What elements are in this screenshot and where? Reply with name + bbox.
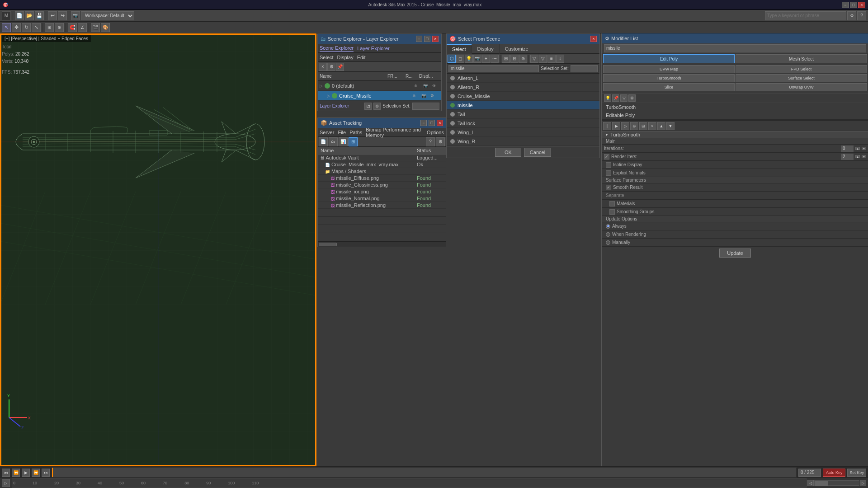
undo-btn[interactable]: ↩ xyxy=(48,11,57,20)
render-setup-icon[interactable]: 🎬 xyxy=(91,23,100,32)
sfs-cancel-btn[interactable]: Cancel xyxy=(524,148,551,157)
at-hscroll[interactable] xyxy=(318,241,446,247)
move-icon[interactable]: ✥ xyxy=(12,23,21,32)
stack-btn-5[interactable]: ⊞ xyxy=(639,122,647,130)
stack-btn-6[interactable]: × xyxy=(648,122,656,130)
menu-edit[interactable]: Edit xyxy=(357,55,366,60)
sfs-tb-spacewarps[interactable]: 〜 xyxy=(491,55,499,63)
stack-btn-1[interactable]: | xyxy=(603,122,611,130)
at-tb-icon4[interactable]: ⊞ xyxy=(349,137,358,146)
sfs-close[interactable]: × xyxy=(590,36,597,42)
list-item[interactable]: Tail lock xyxy=(447,119,599,128)
surface-select-btn[interactable]: Surface Select xyxy=(736,74,867,82)
list-item[interactable]: ▷ Cruise_Missile ❄ 📷 ⚙ xyxy=(318,91,441,101)
scene-explorer-close[interactable]: × xyxy=(432,36,439,42)
turbo-smooth-btn[interactable]: TurboSmooth xyxy=(603,74,735,82)
at-restore[interactable]: □ xyxy=(429,120,435,126)
stack-item-editable-poly[interactable]: Editable Poly xyxy=(602,111,868,119)
selection-set-input[interactable] xyxy=(412,103,439,110)
sfs-tb-lights[interactable]: 💡 xyxy=(465,55,473,63)
tab-customize[interactable]: Customize xyxy=(500,44,534,54)
stack-icon-filter[interactable]: ▽ xyxy=(620,94,627,102)
tab-layer-explorer[interactable]: Layer Explorer xyxy=(357,46,390,51)
stack-icon-pin[interactable]: 📌 xyxy=(612,94,619,102)
at-menu-file[interactable]: File xyxy=(338,130,346,135)
toolbar-icon-max[interactable]: M xyxy=(2,11,11,20)
frame-counter[interactable]: 0 / 225 xyxy=(798,469,821,477)
anim-mode-btn[interactable]: Auto Key xyxy=(823,469,846,477)
table-row[interactable]: 🖼 missile_Diffuse.png Found xyxy=(318,175,446,182)
search-input[interactable] xyxy=(765,11,846,20)
at-menu-bitmap[interactable]: Bitmap Performance and Memory xyxy=(366,127,423,138)
list-item[interactable]: ▷ 0 (default) ❄ 📷 👁 xyxy=(318,81,441,91)
new-btn[interactable]: 📄 xyxy=(15,11,24,20)
table-row[interactable]: 🖼 missile_Normal.png Found xyxy=(318,195,446,202)
ts-iter-up[interactable]: ▲ xyxy=(855,147,860,150)
sfs-tb-none[interactable]: ⊟ xyxy=(510,55,519,63)
sfs-tb-geometry[interactable]: ⬡ xyxy=(448,55,456,63)
stack-btn-3[interactable]: ▷ xyxy=(621,122,629,130)
fpd-select-btn[interactable]: FPD Select xyxy=(736,65,867,73)
sfs-titlebar[interactable]: 🎯 Select From Scene × xyxy=(447,34,599,44)
at-tb-settings[interactable]: ⚙ xyxy=(436,137,445,146)
anim-next-btn[interactable]: ⏩ xyxy=(32,469,40,477)
list-item[interactable]: Aileron_R xyxy=(447,83,599,92)
scene-explorer-restore[interactable]: □ xyxy=(424,36,430,42)
sfs-tb-filter1[interactable]: ▽ xyxy=(530,55,538,63)
ts-materials-checkbox[interactable] xyxy=(609,201,615,206)
scale-icon[interactable]: ⤡ xyxy=(32,23,41,32)
pivot-icon[interactable]: ⊕ xyxy=(55,23,64,32)
save-btn[interactable]: 💾 xyxy=(35,11,44,20)
sfs-tb-invert[interactable]: ⊛ xyxy=(519,55,527,63)
ts-iter-value[interactable]: 0 xyxy=(841,145,854,152)
tab-select[interactable]: Select xyxy=(447,44,472,54)
ts-section-hdr[interactable]: ▼ TurboSmooth xyxy=(602,131,868,138)
menu-display[interactable]: Display xyxy=(337,55,354,60)
se-pin-btn[interactable]: 📌 xyxy=(336,63,344,71)
table-row[interactable]: 📄 Cruise_Missile_max_vray.max Ok xyxy=(318,161,446,168)
timeline-track[interactable] xyxy=(52,467,797,478)
redo-btn[interactable]: ↪ xyxy=(58,11,67,20)
maximize-btn[interactable]: □ xyxy=(850,2,857,8)
sfs-tb-sort[interactable]: ↕ xyxy=(556,55,564,63)
help-icon[interactable]: ? xyxy=(857,11,866,20)
coord-dropdown-icon[interactable]: ⊞ xyxy=(45,23,54,32)
edit-poly-btn[interactable]: Edit Poly xyxy=(603,54,735,63)
select-icon[interactable]: ↖ xyxy=(2,23,11,32)
snap-icon[interactable]: 🧲 xyxy=(68,23,77,32)
ts-always-radio[interactable] xyxy=(606,224,610,229)
viewport[interactable]: [+] [Perspective] | Shaded + Edged Faces… xyxy=(0,33,316,466)
material-editor-icon[interactable]: 🎨 xyxy=(101,23,110,32)
ts-iter-dn[interactable]: ▼ xyxy=(862,147,866,150)
tab-display[interactable]: Display xyxy=(472,44,500,54)
at-minimize[interactable]: − xyxy=(420,120,427,126)
minimize-btn[interactable]: − xyxy=(842,2,849,8)
list-item[interactable]: missile xyxy=(447,101,599,110)
stack-btn-7[interactable]: ▲ xyxy=(657,122,665,130)
hscroll-btn-right[interactable]: ▷ xyxy=(860,480,866,486)
at-menu-paths[interactable]: Paths xyxy=(349,130,362,135)
list-item[interactable]: Cruise_Missile xyxy=(447,92,599,101)
stack-btn-2[interactable]: ▶ xyxy=(612,122,620,130)
angle-snap-icon[interactable]: ∠ xyxy=(78,23,87,32)
mesh-select-btn[interactable]: Mesh Select xyxy=(736,54,867,63)
ts-smoothgroups-checkbox[interactable] xyxy=(609,209,615,215)
open-btn[interactable]: 📂 xyxy=(25,11,34,20)
table-row[interactable]: 📁 Maps / Shaders xyxy=(318,168,446,175)
at-menu-options[interactable]: Options xyxy=(427,130,444,135)
ts-smooth-checkbox[interactable]: ✓ xyxy=(606,185,611,190)
ts-renderiter-checkbox[interactable]: ✓ xyxy=(604,154,609,160)
stack-icon-param[interactable]: ⚙ xyxy=(628,94,636,102)
scene-explorer-minimize[interactable]: − xyxy=(416,36,422,42)
table-row[interactable]: 🖼 missile_Reflection.png Found xyxy=(318,202,446,209)
hscroll-btn-left[interactable]: ◁ xyxy=(807,480,814,486)
sfs-selection-set-input[interactable] xyxy=(571,65,598,72)
stack-btn-8[interactable]: ▼ xyxy=(666,122,675,130)
at-tb-icon2[interactable]: 🗂 xyxy=(329,137,338,146)
stack-icon-light[interactable]: 💡 xyxy=(604,94,611,102)
table-row[interactable]: 🖼 missile_ior.png Found xyxy=(318,188,446,195)
list-item[interactable]: Wing_R xyxy=(447,137,599,146)
list-item[interactable]: Aileron_L xyxy=(447,74,599,83)
at-menu-server[interactable]: Server xyxy=(320,130,334,135)
anim-play-btn[interactable]: ▶ xyxy=(22,469,30,477)
